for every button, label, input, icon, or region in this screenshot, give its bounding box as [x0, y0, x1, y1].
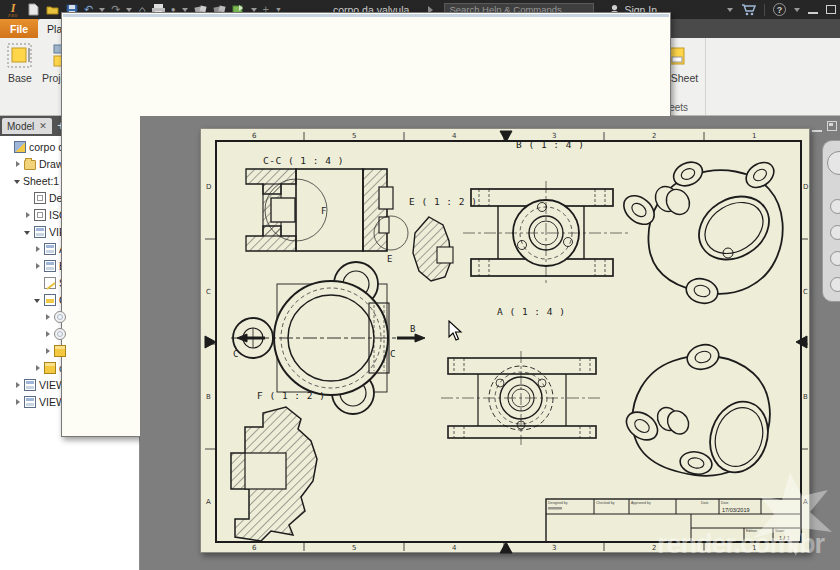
expand-arrow[interactable]: [13, 176, 23, 186]
view-icon: [24, 396, 36, 408]
svg-text:1: 1: [752, 132, 756, 140]
drawing-sheet[interactable]: 6 5 4 3 2 1 6 5 4 3 2 1 D C B: [200, 128, 810, 553]
pan-icon[interactable]: [830, 199, 840, 214]
close-icon[interactable]: ✕: [39, 122, 47, 131]
view-section-cc[interactable]: [246, 169, 393, 251]
alignment-arrow-left: [205, 336, 216, 348]
svg-text:A: A: [803, 498, 808, 506]
expand-arrow[interactable]: [13, 159, 23, 169]
view-icon: [44, 243, 56, 255]
expand-arrow: [3, 142, 13, 152]
letter-f: F: [321, 206, 326, 216]
look-at-icon[interactable]: [830, 277, 840, 292]
help-dropdown-icon[interactable]: [794, 8, 800, 12]
expand-arrow[interactable]: [43, 329, 53, 339]
document-minimize-icon[interactable]: [812, 124, 822, 132]
svg-text:Approved by: Approved by: [631, 501, 651, 505]
svg-text:Checked by: Checked by: [596, 501, 615, 505]
tree-item-sheet1[interactable]: Sheet:1: [0, 172, 139, 189]
part-icon: [54, 345, 66, 357]
expand-arrow[interactable]: [33, 244, 43, 254]
svg-text:C: C: [206, 288, 211, 296]
sheet-icon: [61, 172, 139, 189]
detail-view-icon: [54, 311, 66, 323]
new-document-icon[interactable]: [27, 3, 40, 16]
letter-c-left: C: [233, 349, 238, 359]
expand-arrow[interactable]: [33, 295, 43, 305]
inventor-window: I PRO ↶ ↷ ⌂ ● + ▼ corpo da valvula: [0, 0, 840, 570]
measure-dropdown-icon[interactable]: [182, 8, 188, 12]
view-top-b[interactable]: [463, 181, 629, 285]
svg-text:2: 2: [652, 544, 656, 552]
view-iso-top[interactable]: [618, 157, 782, 306]
label-view-b: B ( 1 : 4 ): [516, 139, 584, 150]
cart-icon[interactable]: [741, 3, 756, 16]
letter-c-right: C: [390, 349, 395, 359]
section-view-icon: [44, 294, 56, 306]
svg-text:B: B: [803, 393, 808, 401]
redo-dropdown-icon[interactable]: [126, 8, 132, 12]
titlebar-right-group: ?: [727, 3, 836, 16]
svg-text:B: B: [206, 393, 211, 401]
document-restore-icon[interactable]: [827, 121, 837, 131]
expand-arrow: [33, 278, 43, 288]
svg-text:5: 5: [352, 132, 356, 140]
zoom-icon[interactable]: [830, 225, 840, 240]
expand-arrow[interactable]: [23, 227, 33, 237]
view-iso-bottom[interactable]: [621, 341, 777, 480]
undo-dropdown-icon[interactable]: [99, 8, 105, 12]
expand-arrow[interactable]: [43, 312, 53, 322]
sketch-icon: [44, 277, 56, 289]
svg-text:6: 6: [252, 544, 257, 552]
svg-text:Date: Date: [721, 501, 728, 505]
update-dropdown-icon[interactable]: [251, 8, 257, 12]
alignment-arrow-bottom: [500, 542, 512, 553]
steering-wheel-icon[interactable]: [827, 151, 840, 175]
svg-text:6: 6: [252, 132, 257, 140]
expand-arrow[interactable]: [13, 397, 23, 407]
expand-arrow[interactable]: [13, 380, 23, 390]
label-section-cc: C-C ( 1 : 4 ): [263, 155, 344, 166]
border-icon: [34, 192, 46, 204]
expand-arrow[interactable]: [43, 346, 53, 356]
svg-text:Designed by: Designed by: [548, 501, 568, 505]
title-block-text: Designed by Checked by Approved by Date …: [548, 501, 790, 542]
expand-arrow[interactable]: [23, 210, 33, 220]
navigation-bar[interactable]: [822, 140, 840, 302]
drawing-sheet-svg: 6 5 4 3 2 1 6 5 4 3 2 1 D C B: [201, 129, 811, 554]
view-icon: [24, 379, 36, 391]
expand-arrow[interactable]: [33, 363, 43, 373]
sheet-value: 1 / 1: [779, 535, 790, 541]
letter-e: E: [387, 254, 392, 264]
folder-icon: [24, 160, 36, 170]
window-restore-button[interactable]: [826, 5, 836, 14]
base-view-icon: [6, 42, 34, 70]
svg-text:A: A: [206, 498, 211, 506]
svg-text:C: C: [803, 288, 808, 296]
view-detail-f[interactable]: [231, 407, 317, 541]
svg-text:5: 5: [352, 544, 356, 552]
letter-b: B: [410, 324, 415, 334]
drawing-doc-icon: [14, 141, 26, 153]
open-icon[interactable]: [46, 3, 59, 16]
orbit-icon[interactable]: [830, 251, 840, 266]
signin-dropdown-icon[interactable]: [727, 8, 733, 12]
label-detail-e: E ( 1 : 2 ): [409, 196, 477, 207]
expand-arrow: [23, 193, 33, 203]
title-block: [546, 499, 801, 542]
svg-text:Sheet: Sheet: [775, 529, 784, 533]
ribbon-empty-space: [706, 38, 840, 115]
view-bottom-a[interactable]: [441, 351, 603, 445]
expand-arrow[interactable]: [33, 261, 43, 271]
model-browser-panel: Model ✕ + corpo da valvula Drawing Resou…: [0, 116, 140, 570]
titleblock-icon: [34, 209, 46, 221]
app-logo[interactable]: I PRO: [4, 1, 22, 18]
label-detail-f: F ( 1 : 2 ): [257, 390, 325, 401]
model-tree: corpo da valvula Drawing Resources Sheet…: [0, 136, 139, 570]
drawing-canvas[interactable]: 6 5 4 3 2 1 6 5 4 3 2 1 D C B: [140, 116, 840, 570]
help-icon[interactable]: ?: [773, 3, 786, 16]
window-minimize-button[interactable]: [808, 5, 818, 14]
tab-file[interactable]: File: [0, 19, 38, 38]
browser-tab-model[interactable]: Model ✕: [2, 118, 52, 134]
base-view-button[interactable]: Base: [3, 41, 37, 85]
